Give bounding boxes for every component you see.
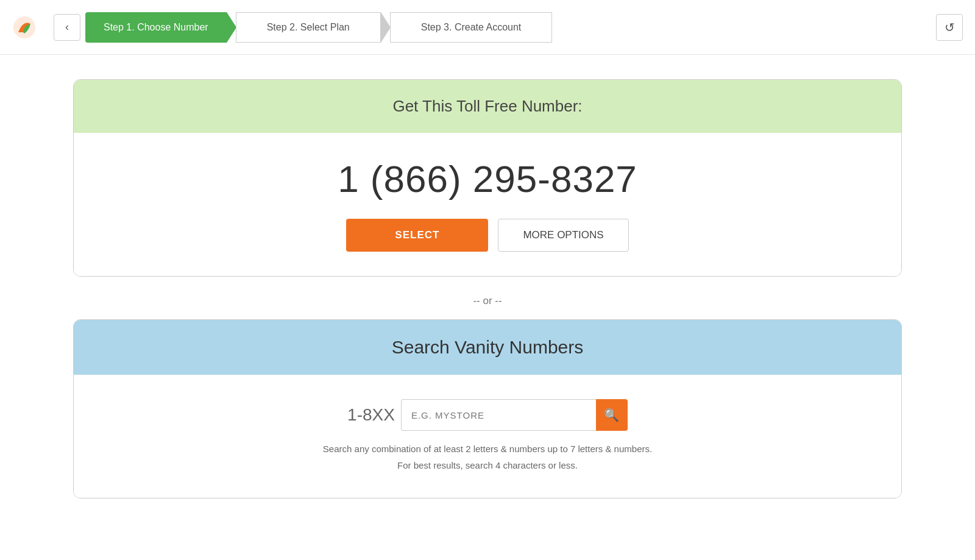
step-2-wrap: Step 2. Select Plan (236, 12, 391, 43)
toll-free-actions: SELECT MORE OPTIONS (86, 219, 889, 252)
vanity-hint: Search any combination of at least 2 let… (86, 441, 889, 473)
vanity-header-text: Search Vanity Numbers (392, 337, 584, 357)
vanity-body: 1-8XX 🔍 Search any combination of at lea… (74, 375, 901, 498)
back-icon: ‹ (65, 21, 69, 34)
header: ‹ Step 1. Choose Number Step 2. Select P… (0, 0, 975, 55)
vanity-search-input[interactable] (401, 399, 596, 431)
step-1-wrap: Step 1. Choose Number (85, 12, 236, 43)
phone-number: 1 (866) 295-8327 (86, 157, 889, 200)
vanity-hint-line2: For best results, search 4 characters or… (86, 457, 889, 473)
refresh-icon: ↺ (945, 20, 955, 35)
toll-free-body: 1 (866) 295-8327 SELECT MORE OPTIONS (74, 133, 901, 276)
vanity-search-row: 1-8XX 🔍 (86, 399, 889, 431)
step-2-button: Step 2. Select Plan (236, 12, 381, 43)
step-3-wrap: Step 3. Create Account (390, 12, 553, 43)
select-button[interactable]: SELECT (346, 219, 488, 252)
step-1-button[interactable]: Step 1. Choose Number (85, 12, 227, 43)
vanity-card: Search Vanity Numbers 1-8XX 🔍 Search any… (73, 319, 902, 498)
step-1-label: Step 1. Choose Number (104, 22, 208, 33)
step-wrapper: Step 1. Choose Number Step 2. Select Pla… (85, 12, 925, 43)
step-2-label: Step 2. Select Plan (267, 22, 350, 33)
vanity-hint-line1: Search any combination of at least 2 let… (86, 441, 889, 457)
vanity-search-button[interactable]: 🔍 (596, 399, 628, 431)
step-3-label: Step 3. Create Account (421, 22, 522, 33)
toll-free-card: Get This Toll Free Number: 1 (866) 295-8… (73, 79, 902, 277)
back-button[interactable]: ‹ (54, 14, 80, 41)
more-options-button[interactable]: MORE OPTIONS (498, 219, 628, 252)
vanity-header: Search Vanity Numbers (74, 320, 901, 375)
step-1-arrow (227, 12, 236, 43)
step-2-arrow (381, 12, 391, 43)
main-content: Get This Toll Free Number: 1 (866) 295-8… (0, 55, 975, 523)
or-divider: -- or -- (73, 295, 902, 307)
refresh-button[interactable]: ↺ (936, 14, 963, 41)
toll-free-header-text: Get This Toll Free Number: (392, 97, 582, 115)
vanity-prefix: 1-8XX (347, 405, 395, 425)
search-icon: 🔍 (604, 408, 619, 422)
logo-icon (12, 15, 37, 40)
step-3-button: Step 3. Create Account (390, 12, 553, 43)
toll-free-header: Get This Toll Free Number: (74, 80, 901, 133)
